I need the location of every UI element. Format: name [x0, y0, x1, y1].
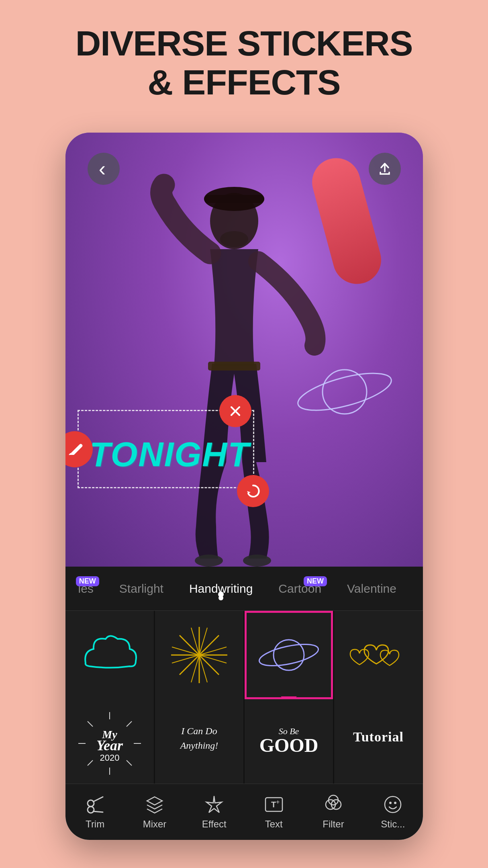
svg-text:2020: 2020: [100, 753, 119, 763]
starburst-icon: [167, 623, 231, 687]
sticker-starburst[interactable]: [155, 611, 243, 699]
sticker-my-year[interactable]: My Year 2020: [65, 699, 154, 788]
text-label: Text: [265, 819, 283, 830]
svg-rect-3: [208, 362, 260, 371]
layers-icon: [145, 794, 165, 815]
sticker-icon: [383, 794, 403, 815]
text-plus-icon: T +: [264, 794, 284, 815]
hearts-icon: [342, 631, 414, 679]
tab-cartoon[interactable]: NEW Cartoon: [265, 582, 334, 596]
tab-valentine[interactable]: Valentine: [334, 582, 409, 596]
so-good-icon: So Be GOOD: [253, 705, 325, 782]
can-do-icon: I Can Do Anything!: [163, 705, 235, 782]
tab-handwriting[interactable]: Handwriting: [176, 582, 265, 596]
svg-text:T: T: [271, 800, 276, 809]
delete-button[interactable]: [219, 395, 251, 427]
my-year-icon: My Year 2020: [74, 705, 146, 782]
trim-label: Trim: [86, 819, 104, 830]
svg-marker-41: [147, 797, 162, 805]
svg-text:Tutorial: Tutorial: [353, 729, 404, 744]
sticker-label: Stic...: [381, 819, 405, 830]
svg-line-25: [127, 721, 132, 727]
svg-point-37: [88, 800, 94, 807]
svg-point-49: [389, 802, 392, 804]
sticker-planet-selected[interactable]: [245, 611, 333, 699]
svg-point-7: [323, 370, 367, 414]
tab-starlight[interactable]: Starlight: [106, 582, 176, 596]
svg-point-5: [243, 555, 271, 567]
planet-outline-icon: [257, 631, 321, 679]
sticker-grid-row2: My Year 2020 I Can Do Anything! So Be GO…: [65, 699, 423, 788]
rotate-button[interactable]: [237, 475, 269, 507]
cloud-outline-icon: [78, 631, 142, 679]
toolbar-sticker[interactable]: Stic...: [363, 794, 423, 830]
toolbar-text[interactable]: T + Text: [244, 794, 303, 830]
tab-sparkles[interactable]: NEW les: [65, 582, 106, 596]
pencil-icon: [66, 440, 84, 458]
sticker-can-do[interactable]: I Can Do Anything!: [155, 699, 243, 788]
scissors-icon: [85, 794, 105, 815]
svg-point-50: [394, 802, 396, 804]
svg-point-48: [385, 796, 401, 813]
svg-line-26: [88, 721, 93, 727]
edit-pencil-button[interactable]: [65, 431, 93, 467]
svg-line-40: [93, 811, 103, 812]
sparkle-icon: [204, 794, 224, 815]
svg-point-4: [195, 555, 223, 567]
toolbar-trim[interactable]: Trim: [65, 794, 125, 830]
svg-text:Anything!: Anything!: [179, 740, 218, 751]
svg-point-20: [257, 640, 320, 670]
category-tabs: NEW les Starlight Handwriting NEW Cartoo…: [65, 567, 423, 611]
svg-rect-2: [204, 195, 264, 203]
share-icon: [377, 161, 392, 176]
phone-mockup: TONIGHT: [65, 133, 423, 840]
close-icon: [227, 403, 243, 419]
toolbar-mixer[interactable]: Mixer: [125, 794, 184, 830]
toolbar-effect[interactable]: Effect: [184, 794, 244, 830]
back-button[interactable]: [88, 153, 120, 185]
sticker-grid-row1: [65, 611, 423, 699]
svg-text:+: +: [276, 798, 280, 805]
rotate-icon: [244, 482, 262, 500]
header-title: DIVERSE STICKERS & EFFECTS: [0, 0, 488, 118]
selection-box: [78, 410, 254, 488]
tutorial-icon: Tutorial: [342, 705, 414, 782]
filter-label: Filter: [323, 819, 344, 830]
svg-text:GOOD: GOOD: [259, 735, 318, 756]
share-button[interactable]: [369, 153, 401, 185]
svg-point-8: [294, 366, 395, 418]
mixer-label: Mixer: [143, 819, 167, 830]
svg-text:Year: Year: [96, 737, 123, 753]
svg-point-38: [88, 807, 94, 813]
effect-label: Effect: [202, 819, 227, 830]
page-background: DIVERSE STICKERS & EFFECTS: [0, 0, 488, 868]
bottom-toolbar: Trim Mixer Effect T: [65, 784, 423, 840]
sticker-cloud[interactable]: [65, 611, 154, 699]
svg-line-27: [127, 760, 132, 766]
sticker-hearts[interactable]: [334, 611, 423, 699]
sticker-tutorial[interactable]: Tutorial: [334, 699, 423, 788]
planet-sticker: [294, 362, 395, 422]
svg-text:I Can Do: I Can Do: [181, 726, 217, 736]
new-badge: NEW: [76, 576, 99, 586]
svg-line-39: [93, 797, 103, 802]
svg-line-28: [88, 760, 93, 766]
circles-icon: [323, 794, 343, 815]
photo-area: TONIGHT: [65, 133, 423, 567]
svg-point-6: [220, 231, 248, 247]
toolbar-filter[interactable]: Filter: [304, 794, 363, 830]
sticker-so-good[interactable]: So Be GOOD: [245, 699, 333, 788]
new-badge-cartoon: NEW: [304, 576, 327, 586]
